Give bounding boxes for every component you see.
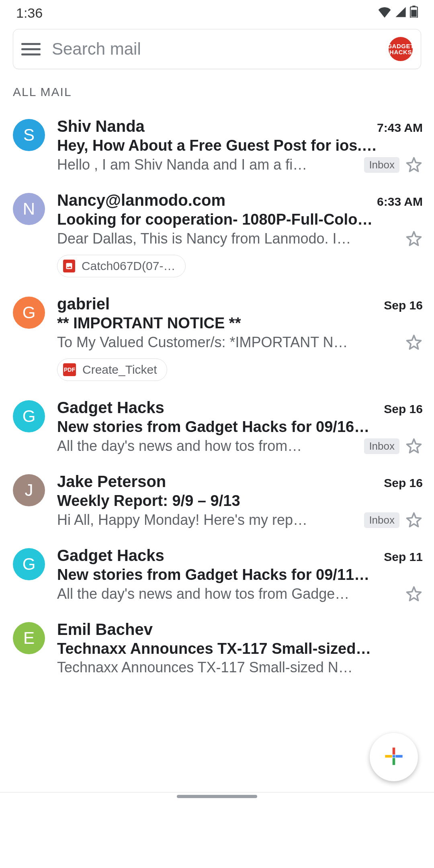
email-subject: Hey, How About a Free Guest Post for ios… [57,137,423,154]
wifi-icon [378,5,391,21]
star-icon[interactable] [405,585,423,603]
email-sender: Gadget Hacks [57,399,164,417]
star-icon[interactable] [405,511,423,529]
svg-rect-3 [393,747,395,754]
email-item[interactable]: G gabriel Sep 16 ** IMPORTANT NOTICE ** … [0,286,434,390]
svg-rect-4 [395,755,402,758]
email-sender: gabriel [57,295,110,313]
status-bar: 1:36 [0,0,434,26]
battery-icon [410,5,418,21]
search-bar[interactable]: Search mail GADGET HACKS [13,29,421,69]
email-snippet: All the day's news and how tos from… [57,438,358,454]
sender-avatar[interactable]: G [13,297,45,329]
nav-handle[interactable] [177,795,257,798]
email-time: Sep 16 [384,476,423,490]
svg-rect-5 [393,758,395,765]
plus-icon [383,746,404,768]
section-header: ALL MAIL [0,69,434,108]
sender-avatar[interactable]: G [13,548,45,580]
svg-rect-2 [411,10,417,16]
email-sender: Jake Peterson [57,473,166,491]
svg-rect-7 [393,755,395,758]
email-snippet: Technaxx Announces TX-117 Small-sized N… [57,659,423,676]
email-snippet: To My Valued Customer/s: *IMPORTANT N… [57,334,399,351]
star-icon[interactable] [405,230,423,248]
email-subject: Looking for cooperation- 1080P-Full-Colo… [57,211,423,228]
status-icons [378,5,418,21]
sender-avatar[interactable]: J [13,474,45,506]
divider [0,792,434,792]
email-sender: Gadget Hacks [57,547,164,565]
email-snippet: Hi All, Happy Monday! Here's my rep… [57,512,358,528]
sender-avatar[interactable]: G [13,400,45,432]
email-sender: Nancy@lanmodo.com [57,191,225,209]
menu-icon[interactable] [21,39,41,59]
email-time: Sep 16 [384,402,423,416]
svg-rect-1 [412,6,416,7]
star-icon[interactable] [405,437,423,455]
email-time: Sep 16 [384,299,423,312]
status-time: 1:36 [16,5,43,21]
attachment-chip[interactable]: PDFCreate_Ticket [57,358,167,381]
email-time: 7:43 AM [377,121,423,135]
email-time: 6:33 AM [377,195,423,209]
email-list: S Shiv Nanda 7:43 AM Hey, How About a Fr… [0,108,434,685]
attachment-name: Create_Ticket [82,363,157,377]
label-chip: Inbox [364,157,399,173]
email-subject: ** IMPORTANT NOTICE ** [57,315,423,332]
label-chip: Inbox [364,512,399,528]
email-subject: New stories from Gadget Hacks for 09/16… [57,418,423,436]
email-subject: Weekly Report: 9/9 – 9/13 [57,492,423,510]
email-snippet: All the day's news and how tos from Gadg… [57,585,399,602]
email-item[interactable]: N Nancy@lanmodo.com 6:33 AM Looking for … [0,182,434,286]
cell-signal-icon [395,5,407,21]
sender-avatar[interactable]: N [13,193,45,225]
email-item[interactable]: G Gadget Hacks Sep 11 New stories from G… [0,538,434,612]
sender-avatar[interactable]: S [13,119,45,151]
email-sender: Shiv Nanda [57,117,145,135]
email-item[interactable]: E Emil Bachev Technaxx Announces TX-117 … [0,612,434,685]
label-chip: Inbox [364,438,399,454]
email-subject: New stories from Gadget Hacks for 09/11… [57,566,423,583]
attachment-chip[interactable]: Catch067D(07-0… [57,255,186,277]
account-avatar[interactable]: GADGET HACKS [389,37,413,61]
pdf-icon: PDF [63,363,76,376]
attachment-name: Catch067D(07-0… [82,259,176,273]
email-snippet: Hello , I am Shiv Nanda and I am a fi… [57,156,358,173]
email-sender: Emil Bachev [57,620,153,639]
sender-avatar[interactable]: E [13,622,45,654]
email-snippet: Dear Dallas, This is Nancy from Lanmodo.… [57,230,399,247]
email-item[interactable]: G Gadget Hacks Sep 16 New stories from G… [0,390,434,464]
search-placeholder: Search mail [52,39,377,59]
email-time: Sep 11 [384,550,423,564]
email-subject: Technaxx Announces TX-117 Small-sized… [57,640,423,657]
email-item[interactable]: J Jake Peterson Sep 16 Weekly Report: 9/… [0,464,434,538]
email-item[interactable]: S Shiv Nanda 7:43 AM Hey, How About a Fr… [0,108,434,182]
star-icon[interactable] [405,156,423,174]
image-icon [63,260,75,272]
star-icon[interactable] [405,334,423,351]
svg-rect-6 [385,755,392,758]
compose-fab[interactable] [370,733,418,781]
